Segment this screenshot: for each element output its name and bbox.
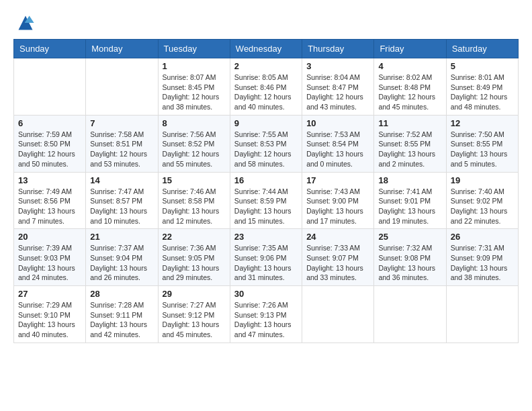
day-number: 21 — [90, 232, 153, 242]
day-number: 12 — [451, 118, 514, 128]
calendar-cell — [302, 286, 374, 343]
calendar-cell: 21Sunrise: 7:37 AM Sunset: 9:04 PM Dayli… — [86, 229, 158, 286]
day-info: Sunrise: 7:35 AM Sunset: 9:06 PM Dayligh… — [234, 243, 298, 283]
calendar-cell: 3Sunrise: 8:04 AM Sunset: 8:47 PM Daylig… — [302, 58, 374, 116]
logo-icon — [16, 13, 35, 32]
day-info: Sunrise: 7:55 AM Sunset: 8:53 PM Dayligh… — [234, 130, 298, 169]
day-number: 18 — [378, 175, 441, 185]
day-number: 7 — [90, 118, 153, 128]
calendar-cell: 2Sunrise: 8:05 AM Sunset: 8:46 PM Daylig… — [230, 58, 302, 116]
day-number: 5 — [451, 61, 514, 71]
calendar-table: SundayMondayTuesdayWednesdayThursdayFrid… — [13, 39, 519, 343]
calendar-week-row: 1Sunrise: 8:07 AM Sunset: 8:45 PM Daylig… — [14, 58, 519, 116]
day-info: Sunrise: 7:33 AM Sunset: 9:07 PM Dayligh… — [306, 243, 369, 283]
day-info: Sunrise: 7:44 AM Sunset: 8:59 PM Dayligh… — [234, 187, 298, 226]
calendar-cell: 5Sunrise: 8:01 AM Sunset: 8:49 PM Daylig… — [446, 58, 518, 116]
day-number: 26 — [451, 232, 514, 242]
day-of-week-header: Tuesday — [158, 40, 230, 58]
calendar-cell: 17Sunrise: 7:43 AM Sunset: 9:00 PM Dayli… — [302, 172, 374, 229]
day-of-week-header: Monday — [86, 40, 158, 58]
calendar-cell — [14, 58, 86, 116]
day-info: Sunrise: 7:52 AM Sunset: 8:55 PM Dayligh… — [378, 130, 441, 169]
calendar-week-row: 6Sunrise: 7:59 AM Sunset: 8:50 PM Daylig… — [14, 115, 519, 172]
calendar-cell: 29Sunrise: 7:27 AM Sunset: 9:12 PM Dayli… — [158, 286, 230, 343]
day-number: 6 — [18, 118, 81, 128]
calendar-cell: 22Sunrise: 7:36 AM Sunset: 9:05 PM Dayli… — [158, 229, 230, 286]
day-of-week-header: Wednesday — [230, 40, 302, 58]
day-of-week-header: Sunday — [14, 40, 86, 58]
day-number: 22 — [163, 232, 226, 242]
day-info: Sunrise: 7:56 AM Sunset: 8:52 PM Dayligh… — [163, 130, 226, 169]
day-info: Sunrise: 7:26 AM Sunset: 9:13 PM Dayligh… — [234, 300, 298, 340]
day-info: Sunrise: 7:27 AM Sunset: 9:12 PM Dayligh… — [163, 300, 226, 340]
day-info: Sunrise: 7:36 AM Sunset: 9:05 PM Dayligh… — [163, 243, 226, 283]
logo — [13, 13, 35, 32]
day-number: 19 — [451, 175, 514, 185]
calendar-week-row: 27Sunrise: 7:29 AM Sunset: 9:10 PM Dayli… — [14, 286, 519, 343]
day-number: 30 — [234, 289, 298, 299]
calendar-week-row: 20Sunrise: 7:39 AM Sunset: 9:03 PM Dayli… — [14, 229, 519, 286]
day-number: 29 — [163, 289, 226, 299]
day-info: Sunrise: 7:58 AM Sunset: 8:51 PM Dayligh… — [90, 130, 153, 169]
calendar-cell: 15Sunrise: 7:46 AM Sunset: 8:58 PM Dayli… — [158, 172, 230, 229]
calendar-cell: 18Sunrise: 7:41 AM Sunset: 9:01 PM Dayli… — [374, 172, 446, 229]
calendar-cell: 8Sunrise: 7:56 AM Sunset: 8:52 PM Daylig… — [158, 115, 230, 172]
calendar-cell: 10Sunrise: 7:53 AM Sunset: 8:54 PM Dayli… — [302, 115, 374, 172]
day-info: Sunrise: 7:37 AM Sunset: 9:04 PM Dayligh… — [90, 243, 153, 283]
day-number: 16 — [234, 175, 298, 185]
calendar-cell: 7Sunrise: 7:58 AM Sunset: 8:51 PM Daylig… — [86, 115, 158, 172]
calendar-cell: 4Sunrise: 8:02 AM Sunset: 8:48 PM Daylig… — [374, 58, 446, 116]
day-number: 11 — [378, 118, 441, 128]
day-number: 8 — [163, 118, 226, 128]
day-info: Sunrise: 7:47 AM Sunset: 8:57 PM Dayligh… — [90, 187, 153, 226]
day-number: 1 — [163, 61, 226, 71]
calendar-cell: 19Sunrise: 7:40 AM Sunset: 9:02 PM Dayli… — [446, 172, 518, 229]
calendar-cell: 25Sunrise: 7:32 AM Sunset: 9:08 PM Dayli… — [374, 229, 446, 286]
calendar-cell: 24Sunrise: 7:33 AM Sunset: 9:07 PM Dayli… — [302, 229, 374, 286]
day-number: 4 — [378, 61, 441, 71]
calendar-cell — [374, 286, 446, 343]
day-number: 23 — [234, 232, 298, 242]
day-number: 15 — [163, 175, 226, 185]
page-header — [13, 13, 519, 32]
day-number: 27 — [18, 289, 81, 299]
calendar-cell: 26Sunrise: 7:31 AM Sunset: 9:09 PM Dayli… — [446, 229, 518, 286]
day-number: 28 — [90, 289, 153, 299]
calendar-header-row: SundayMondayTuesdayWednesdayThursdayFrid… — [14, 40, 519, 58]
calendar-cell: 28Sunrise: 7:28 AM Sunset: 9:11 PM Dayli… — [86, 286, 158, 343]
calendar-cell: 12Sunrise: 7:50 AM Sunset: 8:55 PM Dayli… — [446, 115, 518, 172]
day-of-week-header: Friday — [374, 40, 446, 58]
day-info: Sunrise: 7:32 AM Sunset: 9:08 PM Dayligh… — [378, 243, 441, 283]
day-number: 13 — [18, 175, 81, 185]
calendar-cell — [446, 286, 518, 343]
day-number: 24 — [306, 232, 369, 242]
day-number: 25 — [378, 232, 441, 242]
day-info: Sunrise: 7:50 AM Sunset: 8:55 PM Dayligh… — [451, 130, 514, 169]
day-info: Sunrise: 7:40 AM Sunset: 9:02 PM Dayligh… — [451, 187, 514, 226]
day-info: Sunrise: 7:39 AM Sunset: 9:03 PM Dayligh… — [18, 243, 81, 283]
calendar-cell: 6Sunrise: 7:59 AM Sunset: 8:50 PM Daylig… — [14, 115, 86, 172]
calendar-cell: 11Sunrise: 7:52 AM Sunset: 8:55 PM Dayli… — [374, 115, 446, 172]
calendar-cell: 1Sunrise: 8:07 AM Sunset: 8:45 PM Daylig… — [158, 58, 230, 116]
day-info: Sunrise: 8:07 AM Sunset: 8:45 PM Dayligh… — [163, 73, 226, 112]
day-number: 3 — [306, 61, 369, 71]
day-info: Sunrise: 7:46 AM Sunset: 8:58 PM Dayligh… — [163, 187, 226, 226]
day-of-week-header: Saturday — [446, 40, 518, 58]
calendar-week-row: 13Sunrise: 7:49 AM Sunset: 8:56 PM Dayli… — [14, 172, 519, 229]
calendar-cell: 14Sunrise: 7:47 AM Sunset: 8:57 PM Dayli… — [86, 172, 158, 229]
calendar-cell: 30Sunrise: 7:26 AM Sunset: 9:13 PM Dayli… — [230, 286, 302, 343]
day-info: Sunrise: 7:28 AM Sunset: 9:11 PM Dayligh… — [90, 300, 153, 340]
day-info: Sunrise: 7:53 AM Sunset: 8:54 PM Dayligh… — [306, 130, 369, 169]
day-info: Sunrise: 7:49 AM Sunset: 8:56 PM Dayligh… — [18, 187, 81, 226]
day-number: 2 — [234, 61, 298, 71]
day-info: Sunrise: 7:59 AM Sunset: 8:50 PM Dayligh… — [18, 130, 81, 169]
calendar-cell: 16Sunrise: 7:44 AM Sunset: 8:59 PM Dayli… — [230, 172, 302, 229]
day-number: 20 — [18, 232, 81, 242]
day-info: Sunrise: 8:02 AM Sunset: 8:48 PM Dayligh… — [378, 73, 441, 112]
day-info: Sunrise: 8:01 AM Sunset: 8:49 PM Dayligh… — [451, 73, 514, 112]
day-of-week-header: Thursday — [302, 40, 374, 58]
day-number: 9 — [234, 118, 298, 128]
calendar-cell: 13Sunrise: 7:49 AM Sunset: 8:56 PM Dayli… — [14, 172, 86, 229]
day-number: 17 — [306, 175, 369, 185]
day-info: Sunrise: 7:41 AM Sunset: 9:01 PM Dayligh… — [378, 187, 441, 226]
